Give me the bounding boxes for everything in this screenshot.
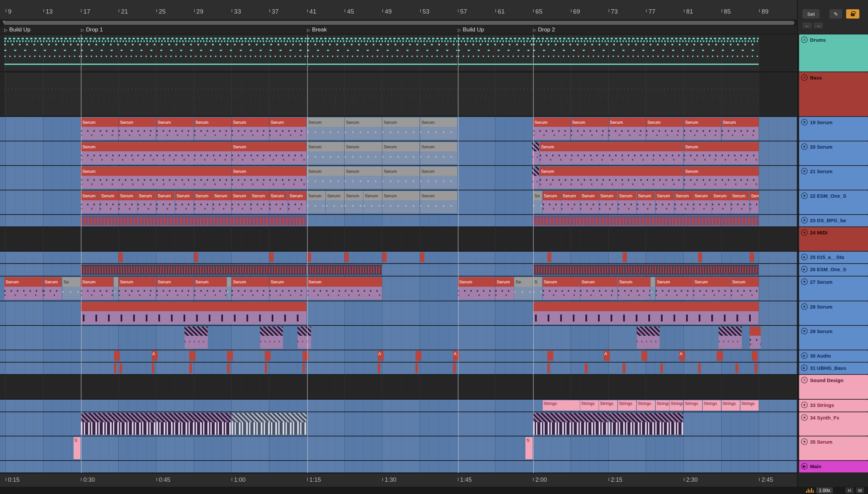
locator-drop-1[interactable]: ▷Drop 1 [81, 26, 103, 33]
clip-serum[interactable]: Serum [345, 117, 382, 140]
track-lane-sound-design[interactable] [0, 375, 797, 400]
track-header-27-serum[interactable]: ▾27 Serum [799, 277, 868, 301]
track-lane-34-synth-fx[interactable] [0, 412, 797, 436]
track-lane-22-esm-one-s[interactable]: SerumSerumSerumSerumSerumSerumSerumSerum… [0, 190, 797, 215]
track-header-25-015-a-sta[interactable]: ▸25 015_a__Sta [799, 252, 868, 263]
clip[interactable] [118, 252, 123, 262]
clip[interactable] [265, 351, 271, 361]
locator-break[interactable]: ▷Break [307, 26, 327, 33]
clip[interactable] [152, 363, 154, 373]
clip-serum[interactable]: Serum [580, 191, 598, 213]
clip-strings[interactable]: Strings [618, 400, 636, 411]
track-lane-bass[interactable] [0, 72, 797, 117]
clip-strings[interactable]: Strings [669, 400, 683, 411]
clip-serum[interactable]: Serum [307, 167, 344, 189]
clip-serum[interactable]: Serum [382, 167, 420, 189]
clip[interactable] [307, 265, 382, 275]
track-header-20-serum[interactable]: ▾20 Serum [799, 141, 868, 165]
clip-serum[interactable]: Serum [345, 167, 382, 189]
fold-track-icon[interactable]: ▾ [801, 402, 808, 408]
fold-track-icon[interactable]: ▾ [801, 328, 808, 335]
fold-track-icon[interactable]: ▸ [801, 254, 808, 260]
fold-track-icon[interactable]: ▾ [801, 168, 808, 174]
clip[interactable] [420, 252, 424, 262]
clip-serum[interactable]: Serum [540, 167, 683, 189]
clip[interactable] [609, 413, 683, 435]
clip[interactable] [641, 351, 647, 361]
clip-serum[interactable]: Serum [288, 191, 307, 213]
clip-serum[interactable]: Serum [382, 191, 420, 213]
clip-serum[interactable]: Serum [43, 277, 62, 300]
clip[interactable] [660, 363, 663, 373]
clip-strings[interactable]: Strings [580, 400, 598, 411]
clip-se[interactable]: Se [514, 277, 532, 300]
clip-serum[interactable]: Serum [655, 277, 693, 300]
clip-serum[interactable]: Serum [731, 191, 749, 213]
track-header-drums[interactable]: ≡Drums [799, 34, 868, 72]
draw-mode-button[interactable]: ✎ [830, 9, 842, 19]
clip-serum[interactable]: Serum [251, 191, 269, 213]
clip[interactable] [265, 363, 267, 373]
clip-serum[interactable]: Serum [232, 277, 269, 300]
clip-serum[interactable]: Serum [571, 117, 608, 140]
clip-serum[interactable]: Serum [618, 191, 636, 213]
clip-serum[interactable]: Serum [156, 117, 193, 140]
track-header-29-serum[interactable]: ▾29 Serum [799, 326, 868, 350]
clip-serum[interactable]: Serum [81, 191, 99, 213]
track-header-19-serum[interactable]: ▾19 Serum [799, 117, 868, 141]
clip[interactable] [623, 252, 627, 262]
clip-serum[interactable]: Serum [655, 191, 674, 213]
clip[interactable] [185, 326, 208, 349]
clip[interactable] [415, 363, 418, 373]
clip-serum[interactable]: Serum [618, 277, 650, 300]
track-header-24-midi[interactable]: ▾24 MIDI [799, 227, 868, 251]
track-header-28-serum[interactable]: ▾28 Serum [799, 301, 868, 325]
clip-serum[interactable]: Serum [599, 191, 617, 213]
track-lane-33-strings[interactable]: StringsStringsStringsStringsStringsStrin… [0, 400, 797, 412]
fold-track-icon[interactable]: ▾ [801, 303, 808, 310]
clip[interactable] [81, 35, 307, 71]
fold-track-icon[interactable]: ▾ [801, 217, 808, 224]
time-ruler[interactable]: 0:150:300:451:001:151:301:452:002:152:30… [0, 473, 797, 487]
locator-row[interactable]: ▷Build Up▷Drop 1▷Break▷Build Up▷Drop 2 [0, 26, 797, 34]
clip[interactable] [378, 363, 380, 373]
track-lane-25-015-a-sta[interactable] [0, 252, 797, 264]
clip-serum[interactable]: Serum [609, 117, 646, 140]
clip-serum[interactable]: Serum [543, 191, 561, 213]
clip[interactable] [302, 363, 305, 373]
clip-serum[interactable]: Serum [722, 117, 759, 140]
locator-build-up[interactable]: ▷Build Up [458, 26, 484, 33]
clip-a[interactable]: A [152, 351, 158, 361]
clip[interactable] [547, 252, 552, 262]
track-header-21-serum[interactable]: ▾21 Serum [799, 166, 868, 190]
clip-serum[interactable]: Serum [420, 191, 457, 213]
clip[interactable] [533, 302, 759, 324]
clip[interactable] [533, 35, 759, 71]
track-header-26-esm-one-s[interactable]: ▸26 ESM_One_S [799, 264, 868, 276]
clip-serum[interactable]: Serum [684, 167, 759, 189]
clip-strings[interactable]: Strings [740, 400, 759, 411]
track-lane-30-audio[interactable]: AAAAA [0, 350, 797, 363]
clip[interactable] [533, 413, 608, 435]
clip[interactable] [651, 277, 655, 300]
clip[interactable] [81, 413, 156, 435]
track-header-30-audio[interactable]: ▸30 Audio [799, 350, 868, 362]
clip-serum[interactable]: Serum [232, 191, 250, 213]
clip[interactable] [533, 265, 759, 275]
track-lane-20-serum[interactable]: SerumSerumSerumSerumSerumSerumSerumSerum [0, 141, 797, 166]
group-icon[interactable]: ≡ [801, 74, 808, 81]
clip-serum[interactable]: Serum [269, 277, 307, 300]
clip-se[interactable]: Se [533, 191, 542, 213]
clip[interactable] [533, 73, 759, 115]
clip-serum[interactable]: Serum [561, 191, 579, 213]
clip-serum[interactable]: Serum [156, 277, 193, 300]
track-lane-26-esm-one-s[interactable] [0, 264, 797, 277]
track-header-34-synth-fx[interactable]: ▾34 Synth_Fx [799, 412, 868, 436]
clip[interactable] [307, 73, 457, 115]
clip-serum[interactable]: Serum [213, 191, 231, 213]
clip-serum[interactable]: Serum [382, 117, 420, 140]
clip[interactable] [752, 351, 758, 361]
clip-s[interactable]: S [525, 437, 532, 459]
clip-serum[interactable]: Serum [684, 142, 759, 164]
track-header-sound-design[interactable]: ≡Sound Design [799, 375, 868, 399]
